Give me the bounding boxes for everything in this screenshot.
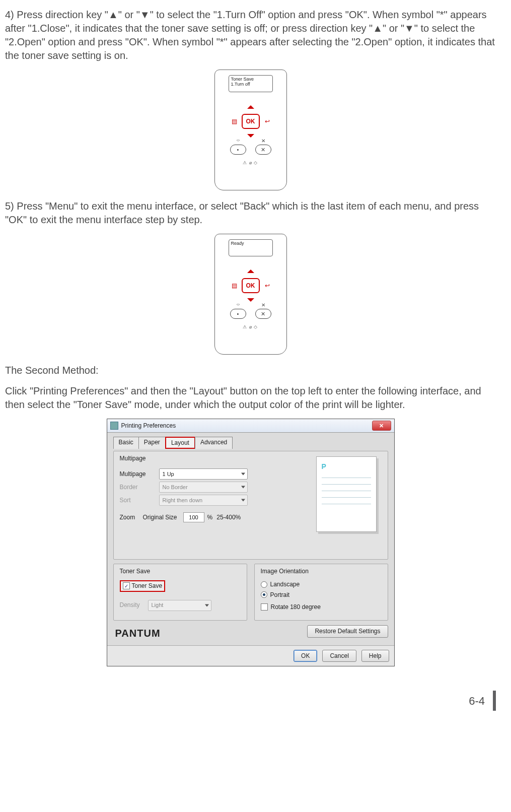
step-5-text: 5) Press "Menu" to exit the menu interfa… [5,199,496,227]
down-arrow-icon[interactable] [247,134,254,138]
tab-paper[interactable]: Paper [138,437,166,449]
chevron-down-icon [205,604,209,606]
row-density: Density Light [120,599,241,612]
checkbox-mark-icon: ✓ [123,582,130,589]
radio-icon [261,591,267,598]
cancel-x-icon: ✕ [261,146,265,154]
wifi-icon: ⌔ [237,138,240,145]
help-button[interactable]: Help [361,650,389,662]
ok-button[interactable]: OK [294,650,317,662]
bottom-button-row: ⌔ • ✕ ✕ [230,145,271,155]
combo-density: Light [148,600,211,611]
combo-border: No Border [159,482,248,493]
combo-sort: Right then down [159,495,248,506]
chevron-down-icon [241,473,245,476]
tab-layout[interactable]: Layout [165,437,195,449]
label-original-size: Original Size [143,513,177,521]
tab-basic[interactable]: Basic [113,437,139,449]
ok-button[interactable]: OK [242,114,260,129]
radio-portrait[interactable]: Portrait [261,591,382,599]
cancel-button[interactable]: ✕ ✕ [255,145,271,155]
second-method-body: Click "Printing Preferences" and then th… [5,384,496,412]
group-title-orientation: Image Orientation [261,567,382,575]
toner-save-label: Toner Save [132,582,163,590]
combo-multipage-value: 1 Up [163,470,174,478]
titlebar: Printing Preferences ✕ [107,419,394,433]
checkbox-rotate[interactable]: Rotate 180 degree [261,603,382,611]
group-toner-save: Toner Save ✓ Toner Save Density Light [113,564,247,621]
wifi-button[interactable]: ⌔ • [230,309,246,319]
toner-save-checkbox[interactable]: ✓ Toner Save [120,580,166,591]
lower-groups: Toner Save ✓ Toner Save Density Light [113,564,388,621]
wifi-button[interactable]: ⌔ • [230,145,246,155]
printer-panel: Toner Save 1.Turn off ▤ OK ↩ ⌔ • ✕ ✕ ⚠ ⌀… [214,70,287,190]
down-arrow-icon[interactable] [247,298,254,302]
combo-density-value: Light [152,601,164,609]
tab-row: Basic Paper Layout Advanced [113,437,388,449]
combo-border-value: No Border [163,484,188,491]
menu-icon[interactable]: ▤ [232,282,237,290]
power-dot-icon: • [237,146,239,154]
label-landscape: Landscape [270,580,300,588]
brand-logo: PANTUM [113,623,161,640]
indicator-icons: ⚠ ⌀ ◇ [243,324,258,330]
step-4-text: 4) Press direction key "▲" or "▼" to sel… [5,8,496,62]
cancel-icon: ✕ [261,302,265,309]
lcd-screen: Toner Save 1.Turn off [229,75,273,92]
page-number-bar [493,691,496,711]
printer-panel-figure-2: Ready ▤ OK ↩ ⌔ • ✕ ✕ ⚠ ⌀ ◇ [5,234,496,355]
chevron-down-icon [241,499,245,502]
group-multipage: Multipage Multipage 1 Up Border No Borde… [113,451,388,560]
label-zoom: Zoom [120,513,143,521]
dialog-title: Printing Preferences [121,422,176,430]
app-icon [110,422,118,430]
page-preview: P [316,456,377,532]
power-dot-icon: • [237,310,239,318]
bottom-button-row: ⌔ • ✕ ✕ [230,309,271,319]
group-orientation: Image Orientation Landscape Portrait Rot… [254,564,388,621]
combo-sort-value: Right then down [163,497,203,504]
tab-advanced[interactable]: Advanced [195,437,233,449]
up-arrow-icon[interactable] [247,105,254,109]
label-portrait: Portrait [270,591,290,599]
cancel-x-icon: ✕ [261,310,265,318]
zoom-input[interactable]: 100 [183,512,204,522]
indicator-icons: ⚠ ⌀ ◇ [243,160,258,166]
menu-icon[interactable]: ▤ [232,117,237,125]
label-rotate: Rotate 180 degree [271,603,321,611]
cancel-button[interactable]: ✕ ✕ [255,309,271,319]
restore-defaults-button[interactable]: Restore Default Settings [307,625,388,637]
printer-panel-figure-1: Toner Save 1.Turn off ▤ OK ↩ ⌔ • ✕ ✕ ⚠ ⌀… [5,70,496,190]
dialog-button-bar: OK Cancel Help [107,645,394,666]
up-arrow-icon[interactable] [247,269,254,273]
brand-row: PANTUM Restore Default Settings [113,623,388,640]
ok-button[interactable]: OK [242,278,260,293]
combo-multipage[interactable]: 1 Up [159,468,248,480]
printer-panel: Ready ▤ OK ↩ ⌔ • ✕ ✕ ⚠ ⌀ ◇ [214,234,287,355]
zoom-unit: % [207,513,213,521]
label-multipage: Multipage [120,470,159,478]
cancel-button[interactable]: Cancel [322,650,356,662]
label-sort: Sort [120,496,159,504]
back-icon[interactable]: ↩ [265,282,270,290]
dialog-body: Basic Paper Layout Advanced Multipage Mu… [107,433,394,645]
lcd-line-2: 1.Turn off [231,82,270,87]
wifi-icon: ⌔ [237,302,240,309]
close-button[interactable]: ✕ [372,421,391,431]
second-method-heading: The Second Method: [5,364,496,377]
cancel-icon: ✕ [261,138,265,145]
page-footer: 6-4 [5,687,496,717]
lcd-line-1: Ready [231,241,270,246]
label-border: Border [120,483,159,491]
page-number: 6-4 [469,694,485,709]
back-icon[interactable]: ↩ [265,117,270,125]
dialog-figure: Printing Preferences ✕ Basic Paper Layou… [5,419,496,666]
chevron-down-icon [241,486,245,489]
checkbox-icon [261,603,268,611]
printing-preferences-dialog: Printing Preferences ✕ Basic Paper Layou… [107,419,395,666]
lcd-screen: Ready [229,239,273,256]
direction-pad: ▤ OK ↩ [232,269,270,302]
radio-landscape[interactable]: Landscape [261,580,382,588]
label-density: Density [120,601,148,609]
radio-icon [261,581,267,588]
